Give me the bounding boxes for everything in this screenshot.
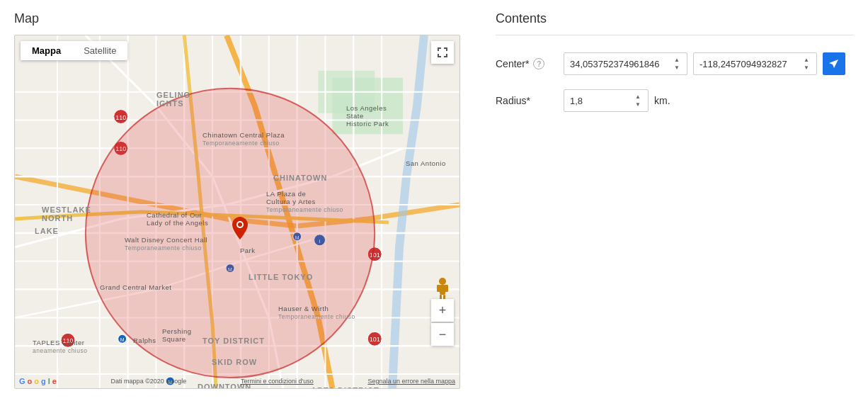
lng-spinner: ▲ ▼: [802, 57, 811, 72]
radius-unit: km.: [654, 95, 670, 106]
longitude-input[interactable]: [699, 59, 799, 69]
map-container[interactable]: 110 101 101 110 110 M M M M: [14, 35, 460, 389]
radius-input-wrapper: ▲ ▼: [564, 89, 649, 112]
svg-point-49: [439, 278, 446, 285]
locate-icon: [829, 59, 839, 69]
map-title: Map: [14, 11, 467, 26]
terms-link[interactable]: Termini e condizioni d'uso: [241, 378, 314, 385]
contents-panel: Contents Center* ? ▲ ▼ ▲: [496, 11, 854, 407]
location-pin-icon: [232, 217, 248, 239]
svg-rect-51: [437, 285, 440, 292]
svg-point-48: [238, 222, 242, 227]
radius-field-row: Radius* ▲ ▼ km.: [496, 89, 854, 112]
map-tabs: Mappa Satellite: [21, 41, 127, 60]
lat-spinner: ▲ ▼: [673, 57, 681, 72]
zoom-out-button[interactable]: −: [431, 323, 454, 346]
svg-text:101: 101: [370, 336, 380, 343]
tab-satellite[interactable]: Satellite: [72, 41, 127, 60]
lat-down-arrow[interactable]: ▼: [673, 64, 681, 72]
radius-label: Radius*: [496, 95, 552, 106]
map-data-text: Dati mappa ©2020 Google: [111, 378, 187, 385]
radius-input-wrap: ▲ ▼ km.: [564, 89, 670, 112]
radius-up-arrow[interactable]: ▲: [634, 94, 642, 101]
map-attribution: Google Dati mappa ©2020 Google Termini e…: [15, 377, 459, 385]
radius-input[interactable]: [570, 96, 631, 106]
radius-spinner: ▲ ▼: [634, 94, 642, 108]
center-help-icon[interactable]: ?: [533, 58, 544, 69]
fullscreen-button[interactable]: [431, 41, 454, 64]
lng-down-arrow[interactable]: ▼: [802, 64, 811, 72]
longitude-input-wrapper: ▲ ▼: [693, 52, 817, 75]
svg-rect-50: [440, 285, 445, 295]
center-field-row: Center* ? ▲ ▼ ▲ ▼: [496, 52, 854, 75]
locate-button[interactable]: [823, 52, 845, 75]
svg-text:110: 110: [62, 337, 73, 344]
fullscreen-icon: [437, 47, 448, 58]
map-panel: Map: [14, 11, 467, 407]
report-link[interactable]: Segnala un errore nella mappa: [367, 378, 455, 385]
center-label: Center* ?: [496, 58, 552, 69]
latitude-input-wrapper: ▲ ▼: [564, 52, 687, 75]
map-svg: 110 101 101 110 110 M M M M: [15, 35, 459, 388]
svg-text:M: M: [120, 337, 125, 342]
svg-point-46: [86, 89, 375, 378]
map-pin: [232, 217, 248, 244]
svg-rect-52: [445, 285, 448, 292]
radius-down-arrow[interactable]: ▼: [634, 101, 642, 108]
tab-mappa[interactable]: Mappa: [21, 41, 72, 60]
zoom-in-button[interactable]: +: [431, 299, 454, 322]
center-inputs: ▲ ▼ ▲ ▼: [564, 52, 845, 75]
lng-up-arrow[interactable]: ▲: [802, 57, 811, 64]
google-logo: Google: [19, 377, 57, 385]
zoom-controls: + −: [431, 299, 454, 346]
lat-up-arrow[interactable]: ▲: [673, 57, 681, 64]
latitude-input[interactable]: [570, 59, 670, 69]
contents-title: Contents: [496, 11, 854, 35]
svg-text:110: 110: [115, 114, 126, 121]
